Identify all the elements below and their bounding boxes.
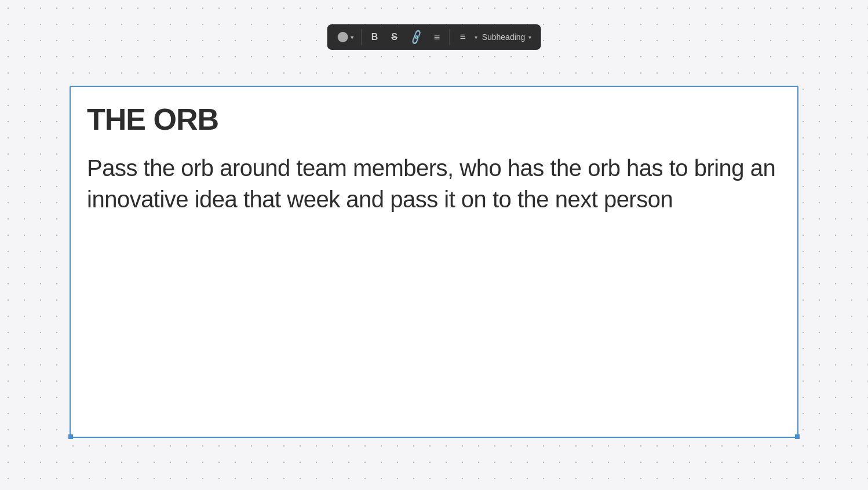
subheading-label: Subheading	[482, 32, 526, 42]
card-body: Pass the orb around team members, who ha…	[87, 152, 781, 215]
link-button[interactable]: 🔗	[405, 28, 426, 46]
color-circle-icon	[338, 32, 348, 42]
divider-2	[450, 29, 450, 45]
link-icon: 🔗	[407, 29, 424, 46]
color-picker-button[interactable]: ▾	[333, 28, 358, 46]
align-icon: ≡	[460, 31, 466, 43]
subheading-chevron-icon: ▾	[528, 34, 531, 41]
card-content: THE ORB Pass the orb around team members…	[71, 87, 797, 226]
resize-handle-bottom-left[interactable]	[68, 434, 73, 439]
text-format-group: B S 🔗 ≡	[366, 28, 446, 46]
card-title: THE ORB	[87, 103, 781, 136]
color-group: ▾	[333, 28, 358, 46]
align-button[interactable]: ≡	[454, 28, 472, 46]
strikethrough-button[interactable]: S	[385, 28, 404, 46]
bold-button[interactable]: B	[366, 28, 384, 46]
resize-handle-bottom-right[interactable]	[795, 434, 800, 439]
bold-label: B	[371, 32, 378, 42]
list-icon: ≡	[434, 31, 440, 43]
subheading-dropdown[interactable]: Subheading ▾	[479, 30, 535, 44]
align-group: ≡ ▾	[454, 28, 477, 46]
content-card[interactable]: THE ORB Pass the orb around team members…	[70, 86, 798, 438]
strikethrough-label: S	[391, 32, 397, 42]
align-chevron-icon: ▾	[475, 34, 477, 41]
color-chevron-icon: ▾	[351, 34, 353, 41]
formatting-toolbar: ▾ B S 🔗 ≡ ≡ ▾ Subheading ▾	[327, 24, 541, 50]
list-button[interactable]: ≡	[428, 28, 446, 46]
divider-1	[362, 29, 362, 45]
